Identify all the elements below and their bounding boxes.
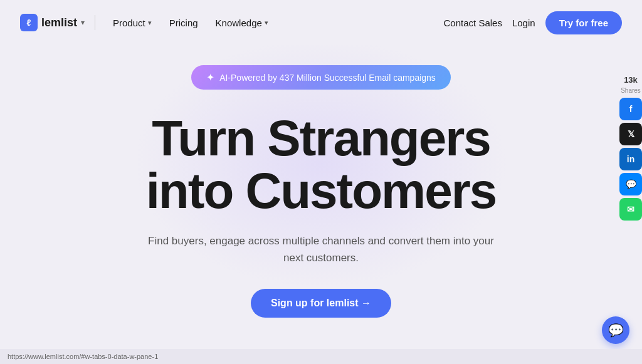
login-link[interactable]: Login <box>512 18 535 28</box>
try-for-free-button[interactable]: Try for free <box>545 11 622 34</box>
signup-button[interactable]: Sign up for lemlist → <box>251 289 391 318</box>
linkedin-share-button[interactable]: in <box>619 148 642 170</box>
share-label: Shares <box>621 87 641 94</box>
navbar: ℓ lemlist ▾ Product ▾ Pricing Knowledge … <box>0 0 642 45</box>
badge-text: AI-Powered by 437 Million Successful Ema… <box>219 73 436 83</box>
nav-links: Product ▾ Pricing Knowledge ▾ <box>105 13 276 33</box>
contact-sales-link[interactable]: Contact Sales <box>444 18 502 28</box>
whatsapp-share-button[interactable]: ✉ <box>619 198 642 221</box>
messenger-icon: 💬 <box>626 179 636 189</box>
whatsapp-icon: ✉ <box>627 204 634 214</box>
nav-left: ℓ lemlist ▾ Product ▾ Pricing Knowledge … <box>20 13 276 33</box>
chat-bubble-button[interactable]: 💬 <box>602 316 629 344</box>
messenger-share-button[interactable]: 💬 <box>619 173 642 195</box>
status-bar: https://www.lemlist.com/#w-tabs-0-data-w… <box>0 349 642 364</box>
nav-knowledge[interactable]: Knowledge ▾ <box>208 13 276 33</box>
nav-product[interactable]: Product ▾ <box>105 13 159 33</box>
sparkle-icon: ✦ <box>206 71 214 83</box>
social-sidebar: 13k Shares f 𝕏 in 💬 ✉ <box>619 75 642 222</box>
logo-text: lemlist <box>41 16 77 29</box>
linkedin-icon: in <box>627 154 634 164</box>
logo-wrapper[interactable]: ℓ lemlist ▾ <box>20 14 85 31</box>
chat-icon: 💬 <box>608 323 624 338</box>
headline-line2: into Customers <box>146 163 497 219</box>
headline-line1: Turn Strangers <box>152 110 490 166</box>
headline: Turn Strangers into Customers <box>146 112 497 217</box>
logo-icon: ℓ <box>20 14 38 31</box>
logo-chevron-icon: ▾ <box>81 18 85 27</box>
nav-pricing[interactable]: Pricing <box>162 13 206 33</box>
product-chevron-icon: ▾ <box>148 19 152 27</box>
nav-divider <box>95 15 95 30</box>
nav-knowledge-label: Knowledge <box>216 18 262 28</box>
subheadline: Find buyers, engage across multiple chan… <box>145 232 497 266</box>
twitter-share-button[interactable]: 𝕏 <box>619 123 642 145</box>
facebook-share-button[interactable]: f <box>619 98 642 120</box>
share-count: 13k <box>624 75 638 85</box>
knowledge-chevron-icon: ▾ <box>265 19 268 27</box>
status-url: https://www.lemlist.com/#w-tabs-0-data-w… <box>8 353 158 360</box>
hero-section: ✦ AI-Powered by 437 Million Successful E… <box>0 45 642 318</box>
nav-pricing-label: Pricing <box>169 18 198 28</box>
twitter-icon: 𝕏 <box>628 129 634 139</box>
badge-pill: ✦ AI-Powered by 437 Million Successful E… <box>191 65 451 90</box>
nav-right: Contact Sales Login Try for free <box>444 11 622 34</box>
nav-product-label: Product <box>113 18 145 28</box>
facebook-icon: f <box>629 104 633 114</box>
